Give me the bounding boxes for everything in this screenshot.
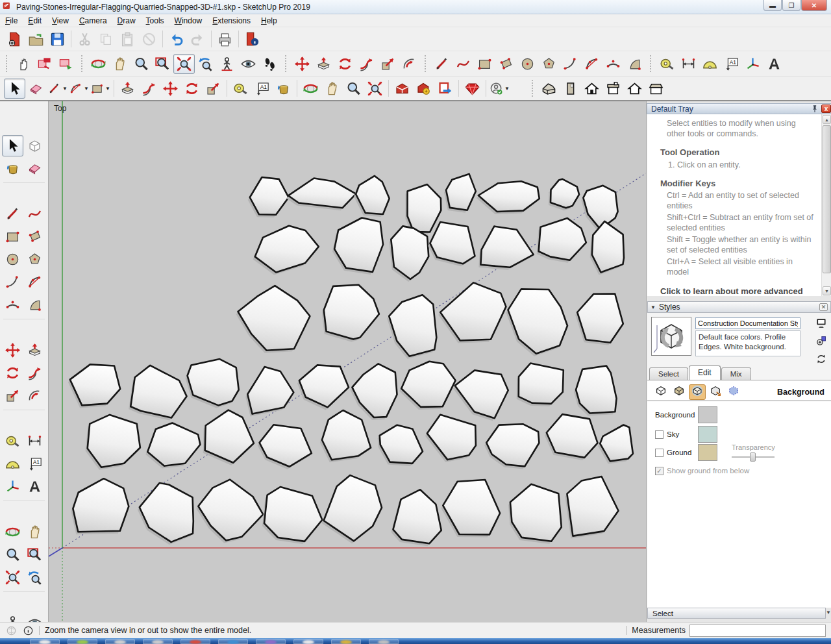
zoom-window-button[interactable] — [24, 544, 45, 565]
geolocation-icon[interactable] — [6, 625, 17, 636]
view-box-button[interactable] — [560, 79, 581, 99]
follow-me-button[interactable] — [24, 362, 45, 384]
pie-button[interactable] — [24, 294, 45, 316]
pin-icon[interactable] — [810, 105, 820, 114]
account-button[interactable]: ▼ — [489, 79, 510, 99]
tab-edit[interactable]: Edit — [689, 365, 721, 380]
push-pull-button[interactable] — [313, 54, 334, 74]
sky-swatch[interactable] — [698, 426, 717, 443]
close-button[interactable]: ✕ — [801, 0, 827, 11]
print-button[interactable] — [214, 29, 236, 49]
freehand-button[interactable] — [453, 54, 474, 74]
dropdown-caret-icon[interactable]: ▼ — [84, 86, 89, 92]
style-description[interactable]: Default face colors. Profile Edges. Whit… — [695, 330, 800, 356]
3d-text-button[interactable] — [24, 476, 45, 497]
style-name-input[interactable] — [695, 317, 800, 329]
face-settings-icon[interactable] — [671, 384, 688, 400]
zoom-button[interactable] — [130, 54, 152, 74]
tape-measure-button[interactable] — [230, 79, 251, 99]
follow-me-button[interactable] — [138, 79, 160, 99]
dropdown-caret-icon[interactable]: ▼ — [62, 86, 68, 92]
select-button[interactable] — [4, 79, 25, 99]
arc-button[interactable] — [2, 271, 23, 293]
new-button[interactable] — [4, 29, 25, 49]
maximize-button[interactable]: ❐ — [782, 0, 800, 11]
offset-button[interactable] — [399, 54, 420, 74]
windows-taskbar[interactable] — [0, 638, 831, 644]
styles-panel-header[interactable]: ▼ Styles ✕ — [647, 301, 831, 313]
shape-menu-button[interactable]: ▼ — [90, 79, 111, 99]
polygon-button[interactable] — [24, 249, 45, 270]
minimize-button[interactable]: ▬ — [763, 0, 782, 11]
pan-button[interactable] — [24, 521, 45, 543]
3d-warehouse-button[interactable] — [391, 79, 413, 99]
push-pull-button[interactable] — [117, 79, 138, 99]
two-point-arc-button[interactable] — [581, 54, 602, 74]
pan-button[interactable] — [321, 79, 343, 99]
view-iso-button[interactable] — [538, 79, 560, 99]
position-camera-button[interactable] — [216, 54, 238, 74]
extension-warehouse-button[interactable] — [413, 79, 434, 99]
instructor-link[interactable]: Click to learn about more advanced opera… — [660, 286, 816, 296]
menu-draw[interactable]: Draw — [112, 15, 141, 27]
background-swatch[interactable] — [698, 406, 717, 423]
zoom-extents-button[interactable] — [2, 567, 23, 588]
3d-text-button[interactable] — [763, 54, 785, 74]
scrollbar-thumb[interactable] — [823, 125, 831, 273]
styles-close-button[interactable]: ✕ — [819, 303, 828, 311]
tape-measure-button[interactable] — [2, 430, 23, 452]
rotated-rectangle-button[interactable] — [24, 226, 45, 247]
zoom-extents-button[interactable] — [173, 54, 195, 74]
line-menu-button[interactable]: ▼ — [47, 79, 68, 99]
scroll-up-icon[interactable]: ▲ — [823, 115, 831, 124]
zoom-previous-button[interactable] — [24, 567, 45, 588]
watermark-settings-icon[interactable] — [707, 384, 724, 400]
dropdown-caret-icon[interactable]: ▼ — [504, 86, 510, 92]
background-settings-icon[interactable] — [689, 384, 706, 400]
menu-file[interactable]: File — [0, 15, 23, 27]
make-component-button[interactable] — [24, 135, 45, 156]
move-button[interactable] — [291, 54, 313, 74]
modeling-settings-icon[interactable] — [725, 384, 742, 400]
tape-measure-button[interactable] — [656, 54, 678, 74]
tray-close-button[interactable]: x — [821, 105, 831, 113]
model-info-button[interactable] — [242, 29, 263, 49]
scale-button[interactable] — [203, 79, 224, 99]
move-button[interactable] — [160, 79, 181, 99]
edge-settings-icon[interactable] — [652, 384, 669, 400]
protractor-button[interactable] — [699, 54, 721, 74]
stone[interactable] — [519, 364, 564, 404]
rotate-button[interactable] — [181, 79, 203, 99]
ground-swatch[interactable] — [698, 444, 717, 461]
rotate-button[interactable] — [334, 54, 356, 74]
ground-checkbox[interactable] — [655, 449, 664, 457]
orbit-button[interactable] — [2, 521, 23, 543]
tab-mix[interactable]: Mix — [721, 367, 751, 380]
axes-button[interactable] — [2, 476, 23, 497]
sky-checkbox[interactable] — [655, 430, 664, 439]
freehand-button[interactable] — [24, 203, 45, 225]
edit-component-button[interactable] — [34, 54, 55, 74]
paint-bucket-button[interactable] — [2, 158, 23, 179]
view-back-button[interactable] — [624, 79, 645, 99]
text-button[interactable]: A1 — [251, 79, 273, 99]
rectangle-button[interactable] — [474, 54, 495, 74]
menu-help[interactable]: Help — [256, 15, 282, 27]
zoom-extents-button[interactable] — [364, 79, 386, 99]
zoom-previous-button[interactable] — [195, 54, 216, 74]
two-point-arc-button[interactable] — [24, 271, 45, 293]
menu-window[interactable]: Window — [169, 15, 208, 27]
component-swap-button[interactable] — [55, 54, 77, 74]
zoom-window-button[interactable] — [152, 54, 173, 74]
stone[interactable] — [430, 222, 475, 264]
axes-button[interactable] — [742, 54, 763, 74]
walk-button[interactable] — [259, 54, 280, 74]
zoom-button[interactable] — [2, 544, 23, 565]
rotated-rectangle-button[interactable] — [495, 54, 517, 74]
secondary-pane-icon[interactable] — [815, 317, 827, 330]
scale-button[interactable] — [377, 54, 399, 74]
tab-select[interactable]: Select — [649, 367, 688, 380]
look-around-button[interactable] — [238, 54, 259, 74]
style-thumbnail[interactable] — [651, 317, 691, 356]
create-style-icon[interactable] — [815, 335, 827, 349]
